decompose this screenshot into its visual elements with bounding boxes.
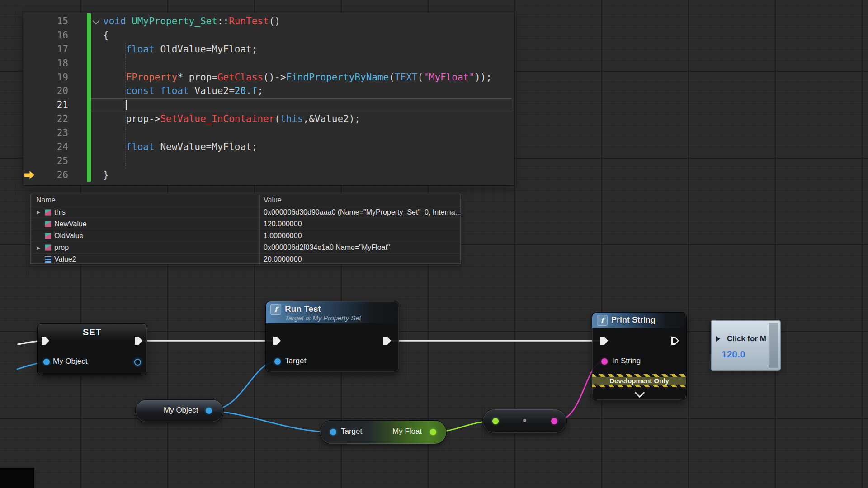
variable-value: 0x000006d2f034e1a0 Name="MyFloat" bbox=[259, 242, 460, 253]
line-number[interactable]: 21 bbox=[23, 98, 68, 112]
conversion-dot-icon bbox=[523, 419, 526, 422]
in-string-pin-label: In String bbox=[612, 357, 641, 366]
line-number[interactable]: 19 bbox=[23, 70, 68, 84]
float-output-pin[interactable] bbox=[430, 429, 436, 435]
node-set-variable[interactable]: SET My Object bbox=[38, 324, 147, 375]
watch-row-NewValue[interactable]: NewValue120.000000 bbox=[31, 218, 460, 230]
code-text: float NewValue=MyFloat; bbox=[103, 140, 257, 154]
development-only-label: Development Only bbox=[592, 377, 686, 385]
variable-type-icon bbox=[45, 256, 51, 263]
variable-value: 20.0000000 bbox=[259, 254, 460, 265]
exec-output-pin[interactable] bbox=[383, 337, 391, 345]
watch-row-this[interactable]: ▶this0x000006d30d90aaa0 (Name="MyPropert… bbox=[31, 206, 460, 218]
blueprint-graph-canvas[interactable]: 15void UMyProperty_Set::RunTest()16{17 f… bbox=[0, 0, 868, 488]
code-line-24[interactable]: 24 float NewValue=MyFloat; bbox=[23, 140, 514, 154]
target-input-pin[interactable] bbox=[330, 429, 336, 435]
variable-name: NewValue bbox=[54, 220, 87, 228]
line-number[interactable]: 22 bbox=[23, 112, 68, 126]
print-string-header: f Print String bbox=[592, 313, 686, 328]
watch-row-prop[interactable]: ▶prop0x000006d2f034e1a0 Name="MyFloat" bbox=[31, 242, 460, 254]
function-icon: f bbox=[270, 304, 281, 315]
exec-input-pin[interactable] bbox=[42, 337, 49, 345]
code-line-17[interactable]: 17 float OldValue=MyFloat; bbox=[23, 42, 514, 56]
object-output-pin[interactable] bbox=[134, 359, 141, 366]
watch-rows: ▶this0x000006d30d90aaa0 (Name="MyPropert… bbox=[31, 206, 460, 266]
line-number[interactable]: 15 bbox=[23, 14, 68, 28]
line-number[interactable]: 17 bbox=[23, 42, 68, 56]
code-line-18[interactable]: 18 bbox=[23, 56, 514, 70]
line-number[interactable]: 16 bbox=[23, 28, 68, 42]
exec-output-pin[interactable] bbox=[135, 337, 142, 345]
node-my-float-getter[interactable]: Target My Float bbox=[320, 421, 446, 444]
function-icon: f bbox=[597, 315, 608, 326]
code-text: FProperty* prop=GetClass()->FindProperty… bbox=[103, 70, 492, 84]
run-test-title: Run Test bbox=[285, 304, 361, 314]
watch-row-Value2[interactable]: Value220.0000000 bbox=[31, 254, 460, 266]
exec-input-pin[interactable] bbox=[600, 337, 608, 345]
target-input-pin[interactable] bbox=[274, 358, 281, 365]
variable-name: OldValue bbox=[54, 232, 84, 240]
variable-name: prop bbox=[54, 244, 69, 252]
variable-name-cell: OldValue bbox=[31, 230, 259, 241]
variable-type-icon bbox=[45, 209, 51, 216]
line-number[interactable]: 18 bbox=[23, 56, 68, 70]
code-line-19[interactable]: 19 FProperty* prop=GetClass()->FindPrope… bbox=[23, 70, 514, 84]
target-pin-label: Target bbox=[341, 427, 362, 436]
variable-value: 0x000006d30d90aaa0 (Name="MyProperty_Set… bbox=[259, 206, 460, 218]
watched-value: 120.0 bbox=[722, 349, 745, 360]
run-test-header: f Run Test Target is My Property Set bbox=[266, 301, 399, 323]
code-line-22[interactable]: 22 prop->SetValue_InContainer(this,&Valu… bbox=[23, 112, 514, 126]
my-object-pin-label: My Object bbox=[53, 357, 88, 366]
line-number[interactable]: 24 bbox=[23, 140, 68, 154]
code-line-16[interactable]: 16{ bbox=[23, 28, 514, 42]
set-node-title: SET bbox=[38, 327, 147, 338]
variable-name-cell: ▶prop bbox=[31, 242, 259, 253]
code-text: void UMyProperty_Set::RunTest() bbox=[103, 14, 280, 28]
code-editor[interactable]: 15void UMyProperty_Set::RunTest()16{17 f… bbox=[23, 12, 514, 185]
code-line-25[interactable]: 25 bbox=[23, 154, 514, 168]
watch-header: Name Value bbox=[31, 194, 460, 206]
code-line-26[interactable]: 26} bbox=[23, 168, 514, 182]
run-test-subtitle: Target is My Property Set bbox=[285, 314, 361, 322]
exec-output-pin[interactable] bbox=[671, 337, 679, 345]
expand-arrow-icon[interactable]: ▶ bbox=[35, 245, 42, 250]
hazard-stripe bbox=[592, 385, 686, 387]
variable-name: Value2 bbox=[54, 255, 76, 263]
node-my-object-getter[interactable]: My Object bbox=[136, 400, 223, 422]
watch-row-OldValue[interactable]: OldValue1.00000000 bbox=[31, 230, 460, 242]
node-print-string[interactable]: f Print String In String Development Onl… bbox=[592, 313, 686, 400]
bubble-click-row[interactable]: Click for M bbox=[716, 334, 767, 343]
fold-collapse-icon[interactable] bbox=[93, 18, 100, 25]
debugger-watch-window: Name Value ▶this0x000006d30d90aaa0 (Name… bbox=[30, 194, 461, 264]
chevron-down-icon[interactable] bbox=[635, 388, 645, 398]
code-line-21[interactable]: 21 bbox=[23, 98, 514, 112]
line-number[interactable]: 20 bbox=[23, 84, 68, 98]
code-line-15[interactable]: 15void UMyProperty_Set::RunTest() bbox=[23, 14, 514, 28]
wire-myobject-to-myfloat-target[interactable] bbox=[210, 411, 332, 432]
column-header-value[interactable]: Value bbox=[259, 194, 460, 206]
line-number[interactable]: 25 bbox=[23, 154, 68, 168]
node-run-test[interactable]: f Run Test Target is My Property Set Tar… bbox=[266, 301, 399, 372]
variable-type-icon bbox=[45, 244, 51, 251]
node-float-to-string-conversion[interactable] bbox=[483, 409, 566, 433]
object-output-pin[interactable] bbox=[206, 408, 212, 414]
code-text: { bbox=[103, 28, 109, 42]
code-line-20[interactable]: 20 const float Value2=20.f; bbox=[23, 84, 514, 98]
exec-input-pin[interactable] bbox=[273, 337, 281, 345]
code-line-23[interactable]: 23 bbox=[23, 126, 514, 140]
bubble-click-label: Click for M bbox=[727, 334, 766, 343]
float-input-pin[interactable] bbox=[492, 418, 499, 424]
code-text: } bbox=[103, 168, 109, 182]
variable-value: 1.00000000 bbox=[259, 230, 460, 241]
string-output-pin[interactable] bbox=[551, 418, 557, 424]
line-number[interactable]: 23 bbox=[23, 126, 68, 140]
expand-arrow-icon[interactable]: ▶ bbox=[35, 210, 42, 215]
bubble-scrollbar[interactable] bbox=[769, 323, 778, 368]
my-object-input-pin[interactable] bbox=[43, 359, 50, 365]
my-object-label: My Object bbox=[164, 406, 198, 415]
in-string-input-pin[interactable] bbox=[601, 358, 608, 365]
debug-value-bubble[interactable]: Click for M 120.0 bbox=[711, 320, 781, 371]
window-corner bbox=[0, 468, 34, 488]
current-line-highlight bbox=[91, 98, 512, 112]
column-header-name[interactable]: Name bbox=[31, 196, 259, 204]
